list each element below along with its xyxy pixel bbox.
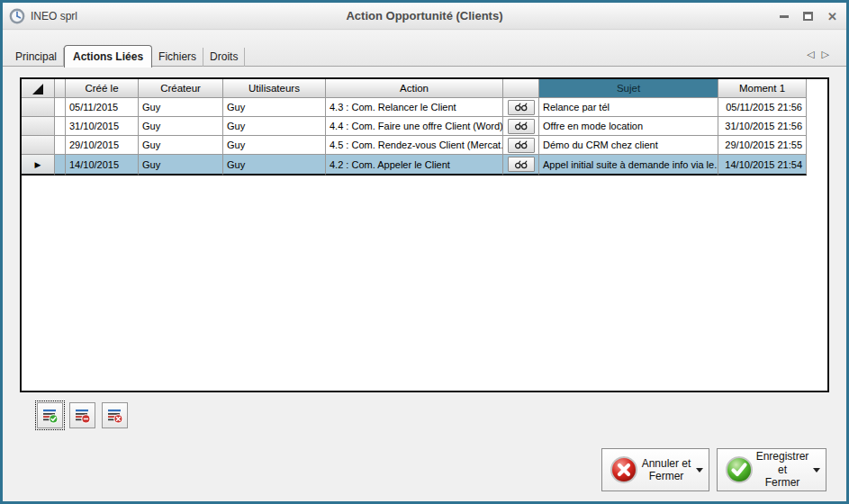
row-indicator — [55, 98, 66, 117]
column-header-moment[interactable]: Moment 1 — [718, 79, 807, 98]
grid-header-row: Créé le Créateur Utilisateurs Action Suj… — [22, 79, 827, 98]
cell-utilisateurs[interactable]: Guy — [223, 117, 326, 136]
row-header[interactable] — [22, 98, 55, 117]
grid-toolbar — [37, 402, 128, 428]
window-title: Action Opportunité (Clients) — [3, 3, 846, 30]
delete-row-button[interactable] — [102, 402, 128, 428]
dialog-window: INEO sprl Action Opportunité (Clients) ✕… — [0, 0, 849, 504]
cell-action[interactable]: 4.5 : Com. Rendez-vous Client (Mercat... — [326, 136, 503, 155]
cell-createur[interactable]: Guy — [139, 155, 223, 176]
tab-fichiers[interactable]: Fichiers — [152, 48, 203, 67]
select-all-header[interactable] — [22, 79, 55, 98]
cell-moment[interactable]: 31/10/2015 21:56 — [718, 117, 807, 136]
cell-view — [503, 117, 539, 136]
cell-createur[interactable]: Guy — [139, 117, 223, 136]
indicator-header — [55, 79, 66, 98]
row-header[interactable] — [22, 117, 55, 136]
cell-cree-le[interactable]: 05/11/2015 — [66, 98, 139, 117]
cell-moment[interactable]: 29/10/2015 21:55 — [718, 136, 807, 155]
eyeglasses-icon — [514, 103, 528, 112]
cell-sujet[interactable]: Offre en mode location — [539, 117, 718, 136]
row-header[interactable] — [22, 136, 55, 155]
view-record-button[interactable] — [508, 119, 535, 134]
tab-actions-liees[interactable]: Actions Liées — [64, 45, 152, 68]
cell-cree-le[interactable]: 14/10/2015 — [66, 155, 139, 176]
close-icon[interactable]: ✕ — [827, 11, 837, 22]
row-indicator — [55, 155, 66, 176]
cell-action[interactable]: 4.4 : Com. Faire une offre Client (Word) — [326, 117, 503, 136]
cell-createur[interactable]: Guy — [139, 136, 223, 155]
eyeglasses-icon — [514, 160, 528, 169]
tab-strip: Principal Actions Liées Fichiers Droits … — [3, 31, 846, 67]
table-row: 29/10/2015 Guy Guy 4.5 : Com. Rendez-vou… — [22, 136, 827, 155]
table-row: 31/10/2015 Guy Guy 4.4 : Com. Faire une … — [22, 117, 827, 136]
tab-scroll-arrows-icon[interactable]: ◁▷ — [807, 49, 836, 60]
cell-view — [503, 136, 539, 155]
cell-createur[interactable]: Guy — [139, 98, 223, 117]
row-header-current[interactable]: ▶ — [22, 155, 55, 176]
cell-moment[interactable]: 14/10/2015 21:54 — [718, 155, 807, 176]
add-row-button[interactable] — [37, 402, 63, 428]
view-record-button[interactable] — [508, 138, 535, 153]
column-header-createur[interactable]: Créateur — [139, 79, 223, 98]
current-row-icon: ▶ — [35, 160, 41, 169]
grid-remove-icon — [74, 407, 91, 424]
eyeglasses-icon — [514, 140, 528, 149]
actions-grid: Créé le Créateur Utilisateurs Action Suj… — [20, 77, 829, 392]
cell-sujet[interactable]: Relance par tél — [539, 98, 718, 117]
cell-view — [503, 98, 539, 117]
save-and-close-button[interactable]: Enregistrer etFermer — [717, 448, 826, 491]
cell-utilisateurs[interactable]: Guy — [223, 136, 326, 155]
save-dropdown-icon[interactable] — [813, 468, 820, 472]
minimize-icon[interactable] — [780, 15, 789, 18]
titlebar[interactable]: INEO sprl Action Opportunité (Clients) ✕ — [3, 3, 846, 30]
cancel-button-label: Annuler etFermer — [638, 457, 694, 483]
cell-sujet[interactable]: Appel initial suite à demande info via l… — [539, 155, 718, 176]
column-header-sujet[interactable]: Sujet — [539, 79, 718, 98]
cell-action[interactable]: 4.3 : Com. Relancer le Client — [326, 98, 503, 117]
row-indicator — [55, 117, 66, 136]
cell-utilisateurs[interactable]: Guy — [223, 155, 326, 176]
column-header-view — [503, 79, 539, 98]
column-header-cree-le[interactable]: Créé le — [66, 79, 139, 98]
view-record-button[interactable] — [508, 100, 535, 115]
remove-row-button[interactable] — [69, 402, 95, 428]
select-all-icon — [32, 84, 43, 94]
grid-add-icon — [41, 407, 59, 424]
grid-delete-icon — [106, 407, 123, 424]
cell-cree-le[interactable]: 29/10/2015 — [66, 136, 139, 155]
cell-view — [503, 155, 539, 176]
cell-moment[interactable]: 05/11/2015 21:56 — [718, 98, 807, 117]
table-row: 05/11/2015 Guy Guy 4.3 : Com. Relancer l… — [22, 98, 827, 117]
save-icon — [725, 455, 754, 484]
tab-principal[interactable]: Principal — [9, 48, 64, 67]
cell-action[interactable]: 4.2 : Com. Appeler le Client — [326, 155, 503, 176]
cell-cree-le[interactable]: 31/10/2015 — [66, 117, 139, 136]
cell-utilisateurs[interactable]: Guy — [223, 98, 326, 117]
column-header-utilisateurs[interactable]: Utilisateurs — [223, 79, 326, 98]
tab-droits[interactable]: Droits — [203, 48, 245, 67]
maximize-icon[interactable] — [803, 12, 813, 21]
view-record-button[interactable] — [508, 157, 535, 172]
cancel-and-close-button[interactable]: Annuler etFermer — [601, 448, 709, 491]
eyeglasses-icon — [514, 122, 528, 130]
cell-sujet[interactable]: Démo du CRM chez client — [539, 136, 718, 155]
cancel-icon — [610, 455, 638, 484]
cancel-dropdown-icon[interactable] — [696, 468, 703, 472]
table-row-selected: ▶ 14/10/2015 Guy Guy 4.2 : Com. Appeler … — [22, 155, 827, 176]
save-button-label: Enregistrer etFermer — [754, 450, 811, 489]
row-indicator — [55, 136, 66, 155]
column-header-action[interactable]: Action — [326, 79, 503, 98]
